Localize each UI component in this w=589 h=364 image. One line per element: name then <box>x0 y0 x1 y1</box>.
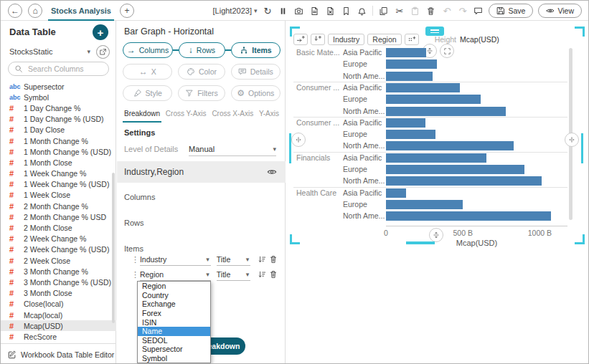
bar-healthcare-asiapacific[interactable] <box>386 188 406 198</box>
dropdown-option-name[interactable]: Name <box>138 327 210 336</box>
column-list-item[interactable]: #1 Day Change % <box>1 102 116 113</box>
details-button[interactable]: Details <box>231 64 281 80</box>
column-list-item[interactable]: #Close(local) <box>1 299 116 310</box>
x-button[interactable]: ↔X <box>123 64 172 80</box>
eye-icon[interactable] <box>267 167 277 177</box>
height-field-select[interactable]: Mcap(USD) <box>460 35 499 44</box>
dropdown-option-region[interactable]: Region <box>138 282 210 291</box>
dropdown-option-symbol[interactable]: Symbol <box>138 354 210 363</box>
selection-corner-bottom-left[interactable] <box>290 234 300 244</box>
view-button[interactable]: View <box>538 4 582 18</box>
bar-consumer-europe[interactable] <box>386 95 481 104</box>
bar-financials-northame[interactable] <box>386 176 542 186</box>
tab-y-axis[interactable]: Y-Axis <box>259 110 279 123</box>
column-list-item[interactable]: #1 Week Close <box>1 190 116 201</box>
selection-edge-right[interactable] <box>581 133 583 163</box>
selection-corner-top-left[interactable] <box>290 27 300 37</box>
selection-corner-top-right[interactable] <box>575 27 585 37</box>
workbook-theme-select[interactable]: [Light2023] ▾ <box>213 6 258 15</box>
back-button[interactable]: ← <box>8 4 22 18</box>
filters-button[interactable]: Filters <box>178 85 225 101</box>
add-tab-button[interactable]: + <box>120 4 134 18</box>
dropdown-option-forex[interactable]: Forex <box>138 309 210 318</box>
dropdown-option-country[interactable]: Country <box>138 291 210 300</box>
open-data-table-button[interactable] <box>96 45 110 59</box>
bookmark-icon[interactable] <box>341 4 352 17</box>
shelf-rows-button[interactable]: ↓Rows <box>179 42 225 58</box>
column-list-item[interactable]: #1 Week Change % <box>1 168 116 179</box>
comment-icon[interactable] <box>473 4 484 17</box>
tab-breakdown[interactable]: Breakdown <box>124 110 160 123</box>
collapse-left-splitter-button[interactable] <box>291 133 306 147</box>
drag-handle-icon[interactable]: ⋮ <box>131 270 140 279</box>
add-breakdown-level-button[interactable] <box>405 34 419 45</box>
column-list-item[interactable]: #Mcap(local) <box>1 310 116 320</box>
bar-financials-europe[interactable] <box>386 165 524 174</box>
column-list-item[interactable]: #1 Month Change % <box>1 135 116 146</box>
delete-icon[interactable] <box>425 4 436 17</box>
sort-button[interactable] <box>256 254 268 265</box>
options-button[interactable]: ⚙Options <box>231 85 281 101</box>
item-display-select[interactable]: Title▾ <box>217 269 251 281</box>
bar-healthcare-northame[interactable] <box>386 211 551 221</box>
column-list-item[interactable]: #1 Month Close <box>1 157 116 168</box>
pause-icon[interactable] <box>278 4 288 17</box>
bar-graph-widget[interactable]: IndustryRegion Height Mcap(USD) Basic Ma… <box>286 21 589 364</box>
column-list-item[interactable]: #1 Week Change % (USD) <box>1 179 116 190</box>
bar-consumer-asiapacific[interactable] <box>386 83 460 92</box>
dropdown-option-exchange[interactable]: Exchange <box>138 300 210 309</box>
column-list-item[interactable]: #3 Month Change % <box>1 266 116 277</box>
column-list-scrollbar[interactable] <box>112 173 115 323</box>
add-row-breakdown-button[interactable] <box>311 34 325 45</box>
snapshot-icon[interactable] <box>293 4 304 17</box>
dropdown-option-isin[interactable]: ISIN <box>138 317 210 327</box>
bar-consumer-asiapacific[interactable] <box>386 118 425 128</box>
chevron-down-icon[interactable]: ▾ <box>87 48 90 55</box>
bar-consumer-northame[interactable] <box>386 141 514 150</box>
x-axis-title[interactable]: Mcap(USD) <box>456 239 497 247</box>
tab-stocks-analysis[interactable]: Stocks Analysis <box>48 1 114 21</box>
breakdown-chip-region[interactable]: Region <box>367 34 401 45</box>
dropdown-option-supersector[interactable]: Supersector <box>138 345 210 354</box>
bar-basicmate-northame[interactable] <box>386 72 433 81</box>
item-field-select[interactable]: Industry▾ <box>140 254 211 266</box>
shelf-items-button[interactable]: Items <box>231 42 281 58</box>
copy-icon[interactable] <box>378 4 389 17</box>
workbook-data-table-editor[interactable]: Workbook Data Table Editor <box>1 343 116 364</box>
distribute-columns-button[interactable] <box>429 228 443 242</box>
column-list-item[interactable]: #RecScore <box>1 331 116 342</box>
bar-basicmate-europe[interactable] <box>386 59 437 69</box>
selection-edge-bottom[interactable] <box>406 241 435 244</box>
column-list-item[interactable]: #2 Month Change % USD <box>1 211 116 222</box>
sort-button[interactable] <box>256 269 268 280</box>
column-list-item[interactable]: #3 Month Change % (USD) <box>1 277 116 287</box>
column-list-item[interactable]: #1 Day Close <box>1 125 116 135</box>
export-excel-icon[interactable] <box>325 4 336 17</box>
column-list-item[interactable]: #Mcap(USD) <box>1 320 116 331</box>
column-list-item[interactable]: #2 Month Change % <box>1 201 116 211</box>
level-of-details-select[interactable]: Manual ▾ <box>189 143 276 156</box>
column-list-item[interactable]: #2 Week Change % (USD) <box>1 244 116 255</box>
dropdown-option-sedol[interactable]: SEDOL <box>138 336 210 345</box>
widget-drag-handle[interactable] <box>425 27 444 36</box>
data-table-select[interactable]: StocksStatic <box>9 47 87 56</box>
collapse-right-splitter-button[interactable] <box>565 133 579 147</box>
export-pdf-icon[interactable] <box>309 4 320 17</box>
color-button[interactable]: Color <box>178 64 225 80</box>
tab-cross-y-axis[interactable]: Cross Y-Axis <box>166 110 207 123</box>
breakdown-summary-row[interactable]: Industry,Region <box>117 161 286 183</box>
column-list-item[interactable]: #1 Day Change % (USD) <box>1 114 116 125</box>
drag-handle-icon[interactable]: ⋮ <box>131 255 140 264</box>
column-list-item[interactable]: #1 Month Change % (USD) <box>1 146 116 157</box>
home-button[interactable]: ⌂ <box>28 4 42 18</box>
bar-financials-asiapacific[interactable] <box>386 153 486 163</box>
style-button[interactable]: Style <box>123 85 172 101</box>
selection-corner-bottom-right[interactable] <box>575 234 585 244</box>
remove-item-button[interactable] <box>268 254 279 265</box>
column-list-item[interactable]: #2 Month Close <box>1 222 116 233</box>
column-list-item[interactable]: #2 Week Close <box>1 255 116 266</box>
bar-consumer-northame[interactable] <box>386 107 506 116</box>
column-list-item[interactable]: abcSymbol <box>1 92 116 102</box>
item-field-select[interactable]: Region▾ <box>140 269 211 281</box>
refresh-icon[interactable]: ↻ <box>262 4 273 17</box>
